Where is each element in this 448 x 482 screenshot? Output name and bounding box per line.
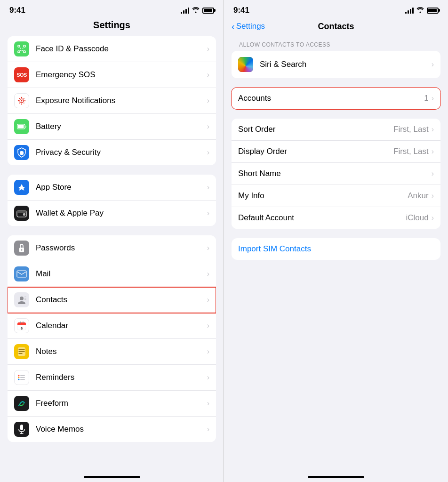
exposure-icon: [14, 93, 29, 108]
right-scroll-area: ALLOW CONTACTS TO ACCESS Siri & Search ›…: [224, 35, 448, 476]
settings-item-face-id[interactable]: Face ID & Passcode ›: [8, 36, 216, 62]
back-chevron-icon: ‹: [232, 22, 235, 31]
back-label: Settings: [236, 22, 265, 31]
battery-status-icon: [202, 8, 214, 14]
settings-item-appstore[interactable]: App Store ›: [8, 175, 216, 201]
settings-group-1: Face ID & Passcode › SOS Emergency SOS ›: [8, 36, 216, 165]
svg-rect-41: [20, 425, 23, 430]
settings-item-exposure[interactable]: Exposure Notifications ›: [8, 88, 216, 114]
default-account-chevron: ›: [432, 214, 434, 222]
appstore-chevron: ›: [207, 183, 209, 192]
right-item-short-name[interactable]: Short Name ›: [232, 163, 440, 185]
signal-icon: [181, 7, 189, 14]
svg-point-24: [20, 297, 24, 300]
wifi-icon: [192, 7, 200, 14]
svg-rect-23: [17, 271, 26, 277]
right-item-accounts[interactable]: Accounts 1 ›: [232, 88, 440, 109]
accounts-label: Accounts: [238, 94, 424, 103]
settings-item-reminders[interactable]: Reminders ›: [8, 365, 216, 391]
settings-item-notes[interactable]: Notes ›: [8, 339, 216, 365]
freeform-label: Freeform: [36, 399, 204, 408]
appstore-icon: [14, 180, 29, 195]
settings-item-battery[interactable]: Battery ›: [8, 114, 216, 140]
svg-point-4: [20, 48, 21, 49]
svg-rect-32: [20, 321, 21, 323]
short-name-label: Short Name: [238, 169, 429, 178]
appstore-label: App Store: [36, 183, 204, 192]
sos-icon: SOS: [14, 67, 29, 82]
svg-rect-33: [23, 321, 24, 323]
section-label-allow: ALLOW CONTACTS TO ACCESS: [224, 35, 448, 51]
svg-rect-40: [20, 379, 25, 380]
settings-item-sos[interactable]: SOS Emergency SOS ›: [8, 62, 216, 88]
settings-item-contacts[interactable]: Contacts ›: [8, 287, 216, 313]
svg-rect-25: [24, 297, 26, 297]
right-item-default-account[interactable]: Default Account iCloud ›: [232, 207, 440, 229]
svg-rect-39: [20, 377, 25, 378]
mail-label: Mail: [36, 269, 204, 279]
battery-label: Battery: [36, 122, 204, 131]
short-name-chevron: ›: [432, 169, 434, 178]
back-button[interactable]: ‹ Settings: [232, 22, 265, 31]
svg-point-35: [18, 375, 20, 377]
right-status-bar: 9:41: [224, 0, 448, 18]
freeform-chevron: ›: [207, 399, 209, 408]
settings-item-freeform[interactable]: Freeform ›: [8, 391, 216, 417]
left-title: Settings: [0, 18, 224, 36]
svg-rect-2: [18, 51, 20, 53]
settings-item-calendar[interactable]: 6 Calendar ›: [8, 313, 216, 339]
voicememos-label: Voice Memos: [36, 425, 204, 434]
svg-point-22: [21, 249, 23, 251]
svg-rect-19: [17, 210, 26, 213]
settings-item-mail[interactable]: Mail ›: [8, 261, 216, 287]
settings-item-wallet[interactable]: Wallet & Apple Pay ›: [8, 201, 216, 226]
right-time: 9:41: [233, 6, 249, 15]
right-panel: 9:41 ‹ Settings: [224, 0, 448, 482]
mail-chevron: ›: [207, 270, 209, 278]
display-order-label: Display Order: [238, 147, 393, 156]
svg-rect-20: [23, 213, 25, 216]
passwords-label: Passwords: [36, 243, 204, 253]
right-item-siri-search[interactable]: Siri & Search ›: [232, 51, 440, 78]
left-status-bar: 9:41: [0, 0, 224, 18]
right-item-import-sim[interactable]: Import SIM Contacts: [232, 238, 440, 260]
right-signal-icon: [405, 7, 414, 14]
right-item-my-info[interactable]: My Info Ankur ›: [232, 185, 440, 207]
svg-point-11: [24, 100, 25, 101]
right-item-sort-order[interactable]: Sort Order First, Last ›: [232, 119, 440, 141]
my-info-value: Ankur: [408, 191, 428, 201]
privacy-chevron: ›: [207, 148, 209, 157]
display-order-value: First, Last: [393, 147, 429, 156]
wallet-chevron: ›: [207, 209, 209, 217]
right-group-order: Sort Order First, Last › Display Order F…: [232, 119, 440, 229]
settings-item-privacy[interactable]: Privacy & Security ›: [8, 140, 216, 165]
sort-order-value: First, Last: [393, 125, 429, 134]
my-info-chevron: ›: [432, 192, 434, 200]
svg-point-36: [18, 377, 20, 378]
settings-item-voicememos[interactable]: Voice Memos ›: [8, 417, 216, 442]
wallet-icon: [14, 206, 29, 221]
accounts-chevron: ›: [432, 94, 434, 103]
right-group-import: Import SIM Contacts: [232, 238, 440, 260]
calendar-icon: 6: [14, 318, 29, 333]
accounts-value: 1: [424, 94, 428, 103]
svg-rect-0: [18, 45, 20, 47]
face-id-icon: [14, 41, 29, 56]
calendar-chevron: ›: [207, 321, 209, 330]
svg-rect-3: [24, 51, 25, 53]
right-battery-status-icon: [427, 8, 439, 14]
siri-icon: [238, 57, 253, 72]
sos-chevron: ›: [207, 71, 209, 79]
passwords-icon: [14, 241, 29, 256]
default-account-label: Default Account: [238, 213, 406, 223]
display-order-chevron: ›: [432, 147, 434, 156]
default-account-value: iCloud: [406, 213, 428, 223]
right-item-display-order[interactable]: Display Order First, Last ›: [232, 141, 440, 163]
left-time: 9:41: [9, 6, 25, 15]
siri-search-label: Siri & Search: [260, 60, 432, 69]
settings-item-passwords[interactable]: Passwords ›: [8, 235, 216, 261]
right-nav-title: Contacts: [318, 22, 354, 32]
svg-point-13: [24, 98, 24, 99]
right-group-accounts: Accounts 1 ›: [232, 88, 440, 109]
right-status-icons: [405, 7, 439, 14]
